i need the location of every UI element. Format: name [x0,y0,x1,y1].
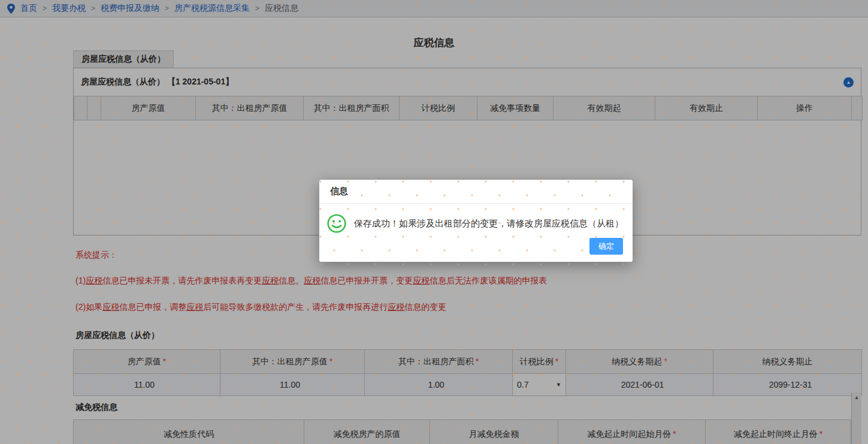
dialog-header: 信息 [319,180,633,204]
success-smiley-icon [326,213,347,234]
dialog-footer: 确定 [589,238,623,255]
ok-button[interactable]: 确定 [589,238,623,255]
dialog-title: 信息 [330,186,348,197]
message-dialog: 信息 保存成功！如果涉及出租部分的变更，请修改房屋应税信息（从租） 确定 [319,180,633,262]
page: 首页 > 我要办税 > 税费申报及缴纳 > 房产税税源信息采集 > 应税信息 应… [0,0,868,444]
dialog-message: 保存成功！如果涉及出租部分的变更，请修改房屋应税信息（从租） [354,218,624,229]
dialog-body: 保存成功！如果涉及出租部分的变更，请修改房屋应税信息（从租） [319,204,633,234]
